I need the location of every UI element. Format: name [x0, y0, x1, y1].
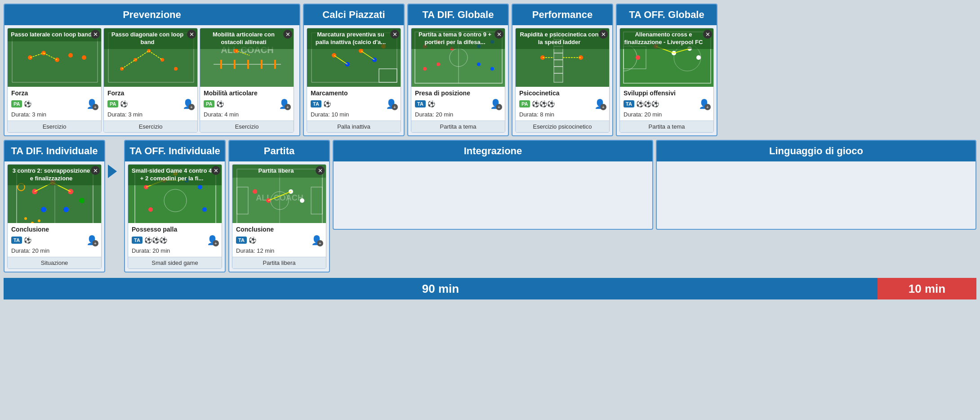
ball-icon-2: ⚽: [120, 100, 128, 107]
svg-point-59: [423, 67, 427, 71]
card-title-9: Small-sided Game 4 contro 4 + 2 comodini…: [128, 165, 222, 185]
section-ta-off-individuale: TA OFF. Individuale: [124, 140, 226, 273]
person-icon-8: 👤 +: [86, 235, 98, 246]
card-category-7: Sviluppi offensivi: [624, 89, 710, 97]
person-icon-2: 👤 +: [183, 98, 194, 109]
card-body-4: Marcamento TA ⚽ 👤 + Durata: 10 min: [307, 87, 401, 121]
card-duration-7: Durata: 20 min: [624, 111, 710, 118]
add-btn-9[interactable]: +: [213, 240, 219, 246]
card-image-7: Allenamento cross e finalizzazione - Liv…: [620, 28, 713, 87]
svg-point-21: [174, 67, 178, 71]
svg-point-121: [253, 189, 257, 194]
section-calci-piazzati: Calci Piazzati: [303, 4, 405, 136]
ball-icon-10: ⚽: [249, 237, 256, 244]
card-image-1: Passo laterale con loop band ✕: [8, 28, 101, 87]
card-image-4: Marcatura preventiva su palla inattiva (…: [307, 28, 401, 87]
card-badges-7: TA ⚽⚽⚽ 👤 +: [624, 98, 710, 109]
card-duration-2: Durata: 3 min: [107, 111, 194, 118]
card-passo-laterale: Passo laterale con loop band ✕ Forza PA …: [7, 28, 102, 133]
card-passo-diagonale: Passo diagonale con loop band ✕ Forza PA…: [103, 28, 198, 133]
section-header-prevenzione: Prevenzione: [4, 4, 299, 25]
bottom-bar: 90 min 10 min: [4, 278, 976, 299]
card-badges-10: TA ⚽ 👤 +: [236, 235, 322, 246]
card-body-9: Possesso palla TA ⚽⚽⚽ 👤 + Durata: 20 min: [128, 223, 222, 257]
card-body-5: Presa di posizione TA ⚽ 👤 + Durata: 20 m…: [411, 87, 505, 121]
card-mobilita: ALL COACH Mobilità articolare con ostaco: [200, 28, 294, 133]
badge-ta-8: TA: [11, 237, 22, 244]
card-category-4: Marcamento: [311, 89, 397, 97]
svg-point-90: [41, 207, 46, 212]
card-body-6: Psicocinetica PA ⚽⚽⚽ 👤 + Durata: 8 min: [516, 87, 609, 121]
card-duration-4: Durata: 10 min: [311, 111, 397, 118]
close-btn-2[interactable]: ✕: [187, 30, 196, 39]
svg-point-57: [477, 63, 481, 66]
svg-point-106: [198, 185, 202, 189]
section-ta-dif-globale: TA DIF. Globale: [407, 4, 509, 136]
card-category-1: Forza: [11, 89, 98, 97]
person-icon-7: 👤 +: [699, 98, 710, 109]
card-marcatura: Marcatura preventiva su palla inattiva (…: [307, 28, 401, 133]
close-btn-4[interactable]: ✕: [390, 30, 399, 39]
card-partita-libera: ALL COACH: [232, 164, 326, 269]
svg-rect-28: [220, 60, 222, 69]
ball-icon-6: ⚽⚽⚽: [532, 100, 555, 107]
card-category-3: Mobilità articolare: [204, 89, 290, 97]
section-arrow: [108, 140, 121, 180]
svg-rect-32: [274, 60, 276, 69]
ball-icon-9: ⚽⚽⚽: [144, 237, 167, 244]
card-title-7: Allenamento cross e finalizzazione - Liv…: [620, 28, 713, 49]
badge-pa-2: PA: [107, 100, 118, 107]
person-icon-9: 👤 +: [207, 235, 218, 246]
close-btn-3[interactable]: ✕: [283, 30, 292, 39]
close-btn-5[interactable]: ✕: [494, 30, 503, 39]
badge-ta-4: TA: [311, 100, 321, 107]
add-btn-1[interactable]: +: [92, 104, 98, 110]
badge-ta-9: TA: [132, 237, 143, 244]
card-footer-8: Situazione: [8, 257, 101, 268]
close-btn-8[interactable]: ✕: [91, 166, 100, 175]
card-small-sided: Small-sided Game 4 contro 4 + 2 comodini…: [128, 164, 222, 269]
section-header-linguaggio: Linguaggio di gioco: [657, 141, 976, 161]
close-btn-6[interactable]: ✕: [599, 30, 608, 39]
close-btn-10[interactable]: ✕: [316, 166, 325, 175]
ta-dif-ind-cards: 3 contro 2: sovrapposizione e finalizzaz…: [4, 161, 104, 272]
card-footer-9: Small sided game: [128, 257, 222, 268]
card-category-8: Conclusione: [11, 226, 98, 233]
svg-point-91: [63, 207, 69, 212]
close-btn-1[interactable]: ✕: [91, 30, 100, 39]
badge-pa-3: PA: [204, 100, 214, 107]
card-title-2: Passo diagonale con loop band: [104, 28, 197, 49]
card-title-5: Partita a tema 9 contro 9 + portieri per…: [411, 28, 505, 49]
card-footer-5: Partita a tema: [411, 121, 505, 132]
add-btn-4[interactable]: +: [392, 104, 398, 110]
linguaggio-empty-body: [657, 161, 976, 229]
performance-cards: Rapidità e psicocinetica con la speed la…: [512, 25, 612, 135]
ta-dif-cards: Partita a tema 9 contro 9 + portieri per…: [408, 25, 508, 135]
card-body-10: Conclusione TA ⚽ 👤 + Durata: 12 min: [232, 223, 326, 257]
card-duration-1: Durata: 3 min: [11, 111, 98, 118]
card-duration-8: Durata: 20 min: [11, 247, 98, 254]
add-btn-5[interactable]: +: [496, 104, 502, 110]
add-btn-2[interactable]: +: [188, 104, 195, 110]
card-body-8: Conclusione TA ⚽ 👤 + Durata: 20 min: [8, 223, 101, 257]
close-btn-9[interactable]: ✕: [211, 166, 220, 175]
add-btn-10[interactable]: +: [317, 240, 323, 246]
card-partita-tema: Partita a tema 9 contro 9 + portieri per…: [411, 28, 505, 133]
card-footer-10: Partita libera: [232, 257, 326, 268]
card-3-contro-2: 3 contro 2: sovrapposizione e finalizzaz…: [7, 164, 102, 269]
badge-ta-10: TA: [236, 237, 247, 244]
svg-point-92: [79, 198, 85, 203]
close-btn-7[interactable]: ✕: [703, 30, 712, 39]
add-btn-7[interactable]: +: [704, 104, 711, 110]
section-ta-off-globale: TA OFF. Globale: [616, 4, 717, 136]
card-badges-8: TA ⚽ 👤 +: [11, 235, 98, 246]
add-btn-3[interactable]: +: [285, 104, 291, 110]
card-category-10: Conclusione: [236, 226, 322, 233]
card-category-5: Presa di posizione: [415, 89, 501, 97]
card-image-8: 3 contro 2: sovrapposizione e finalizzaz…: [8, 165, 101, 223]
add-btn-6[interactable]: +: [600, 104, 606, 110]
section-header-partita: Partita: [229, 141, 329, 161]
card-title-3: Mobilità articolare con ostacoli allinea…: [200, 28, 294, 49]
add-btn-8[interactable]: +: [92, 240, 98, 246]
card-image-9: Small-sided Game 4 contro 4 + 2 comodini…: [128, 165, 222, 223]
